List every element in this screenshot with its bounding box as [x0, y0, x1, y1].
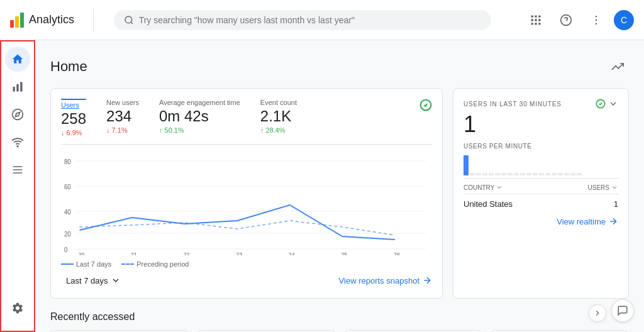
mini-bar: [489, 173, 494, 175]
trend-icon: [611, 60, 624, 73]
help-icon: [560, 14, 572, 26]
svg-line-1: [131, 22, 133, 24]
view-realtime-link[interactable]: View realtime: [464, 216, 618, 226]
mini-bar: [514, 173, 519, 175]
mini-bar: [539, 173, 544, 175]
sidebar-item-configure[interactable]: [5, 157, 30, 182]
svg-text:25: 25: [341, 252, 347, 255]
svg-point-15: [596, 23, 597, 25]
mini-bar: [570, 173, 575, 175]
mini-bar: [533, 173, 538, 175]
metric-engagement-value: 0m 42s: [159, 108, 240, 125]
sidebar-item-reports[interactable]: [5, 74, 30, 99]
line-chart: 80 60 40 20 0: [61, 155, 432, 255]
page-header: Home: [50, 55, 629, 78]
svg-rect-23: [13, 172, 23, 174]
arrow-right-icon: [422, 275, 432, 285]
users-col-header[interactable]: USERS: [588, 184, 618, 191]
avatar[interactable]: C: [614, 10, 634, 30]
chevron-right-icon: [593, 309, 602, 318]
country-row: United States 1: [464, 197, 618, 211]
svg-point-0: [125, 16, 132, 23]
svg-rect-2: [531, 15, 533, 17]
mini-bar: [545, 173, 550, 175]
svg-rect-16: [13, 87, 15, 92]
configure-icon: [11, 163, 24, 176]
svg-text:40: 40: [64, 209, 71, 216]
logo-area: Analytics: [10, 13, 86, 28]
metric-new-users-label[interactable]: New users: [106, 99, 139, 106]
svg-text:20: 20: [64, 231, 71, 238]
view-reports-link[interactable]: View reports snapshot: [339, 275, 432, 285]
apps-button[interactable]: [523, 8, 548, 33]
sidebar-item-advertising[interactable]: [5, 130, 30, 155]
mini-bar: [501, 173, 506, 175]
metric-new-users: New users 234 ↓ 7.1%: [106, 99, 139, 136]
mini-bar: [564, 173, 569, 175]
search-input-wrap: [114, 10, 491, 30]
search-bar: [114, 10, 491, 30]
mini-bar: [558, 173, 563, 175]
help-button[interactable]: [553, 8, 579, 33]
page-title: Home: [50, 58, 87, 75]
chart-footer: Last 7 days View reports snapshot: [61, 273, 432, 288]
recently-title: Recently accessed: [50, 311, 629, 323]
mini-bar: [552, 173, 557, 175]
date-range-button[interactable]: Last 7 days: [61, 273, 126, 288]
svg-text:0: 0: [64, 246, 68, 253]
users-col-label: USERS: [588, 184, 609, 191]
logo-icon: [10, 13, 24, 28]
logo-bar-red: [10, 20, 14, 28]
metric-engagement-change: ↑ 50.1%: [159, 126, 240, 134]
svg-rect-5: [531, 19, 533, 21]
more-button[interactable]: [584, 8, 609, 33]
mini-bar: [508, 173, 513, 175]
metric-event-count-label[interactable]: Event count: [260, 99, 297, 106]
users-per-minute-label: USERS PER MINUTE: [464, 143, 618, 150]
legend-solid-line: [61, 263, 74, 265]
metric-event-count-change: ↑ 28.4%: [260, 126, 297, 134]
realtime-chevron-down-icon[interactable]: [608, 99, 618, 109]
content-area: Home Users 258: [35, 40, 644, 332]
view-realtime-label: View realtime: [557, 217, 606, 226]
metric-users-value: 258: [61, 110, 86, 128]
expand-button[interactable]: [589, 304, 606, 322]
svg-rect-4: [538, 15, 540, 17]
apps-icon: [530, 14, 542, 26]
svg-point-14: [596, 19, 597, 21]
app-title: Analytics: [29, 13, 74, 26]
svg-rect-18: [20, 82, 22, 92]
search-input[interactable]: [139, 15, 481, 25]
svg-point-20: [17, 146, 18, 147]
sidebar-item-settings[interactable]: [5, 296, 30, 321]
logo-bar-yellow: [15, 16, 19, 28]
svg-rect-8: [531, 23, 533, 25]
svg-text:26: 26: [394, 252, 400, 255]
date-range-label: Last 7 days: [66, 276, 108, 285]
svg-rect-21: [13, 166, 23, 167]
sidebar-item-home[interactable]: [5, 47, 30, 72]
sidebar-item-explore[interactable]: [5, 102, 30, 127]
metric-engagement-label[interactable]: Average engagement time: [159, 99, 240, 106]
chart-area: 80 60 40 20 0: [61, 155, 432, 255]
svg-point-13: [596, 15, 597, 17]
svg-text:21: 21: [131, 252, 137, 255]
more-icon: [590, 14, 602, 26]
view-reports-label: View reports snapshot: [339, 276, 419, 285]
metric-users-label[interactable]: Users: [61, 101, 86, 109]
users-sort-icon: [611, 184, 618, 191]
svg-rect-7: [538, 19, 540, 21]
chat-button[interactable]: [611, 299, 634, 322]
svg-rect-17: [16, 84, 18, 92]
metric-new-users-change: ↓ 7.1%: [106, 126, 139, 134]
country-col-header[interactable]: COUNTRY: [464, 184, 503, 191]
country-users: 1: [614, 199, 618, 209]
top-bar: Analytics: [0, 0, 644, 40]
svg-text:60: 60: [64, 184, 71, 191]
users-per-minute-chart: [464, 153, 618, 179]
trend-button[interactable]: [606, 55, 629, 78]
metric-event-count-value: 2.1K: [260, 108, 297, 125]
main-stats-card: Users 258 ↓ 6.9% New users 234 ↓ 7.1% Av…: [50, 88, 443, 299]
realtime-title: USERS IN LAST 30 MINUTES: [464, 101, 562, 108]
reports-icon: [11, 80, 24, 93]
